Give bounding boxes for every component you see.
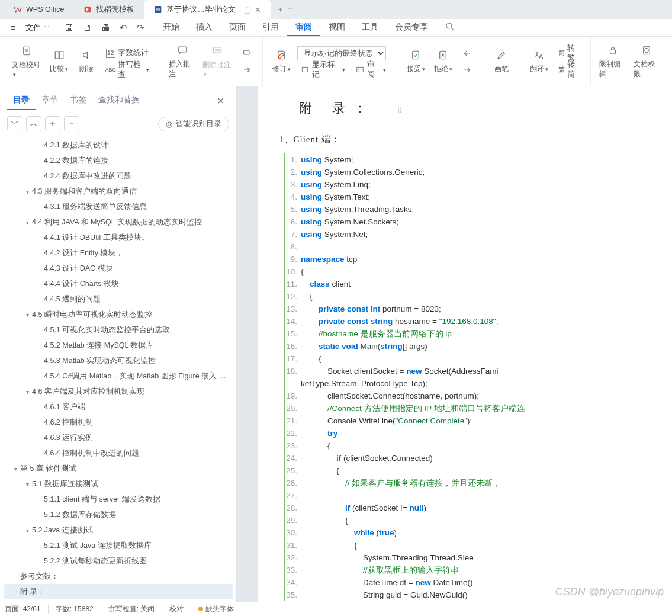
toc-item[interactable]: 4.6.2 控制机制 xyxy=(4,415,233,430)
chevron-down-icon[interactable]: ▾ xyxy=(22,312,32,318)
prev-change-icon[interactable] xyxy=(459,46,475,60)
review-pane-button[interactable]: 审阅▾ xyxy=(352,63,390,77)
toc-item[interactable]: ▾第 5 章 软件测试 xyxy=(4,461,233,476)
drag-handle-icon[interactable]: ⠿ xyxy=(397,105,401,115)
toc-item[interactable]: 附 录： xyxy=(4,584,233,599)
read-button[interactable]: 朗读 xyxy=(73,46,100,76)
status-spell[interactable]: 拼写检查: 关闭 xyxy=(108,604,155,614)
compare-button[interactable]: 比较▾ xyxy=(46,46,73,76)
toc-collapse-up-icon[interactable]: ︿ xyxy=(26,116,41,131)
menu-引用[interactable]: 引用 xyxy=(254,20,287,36)
menu-插入[interactable]: 插入 xyxy=(188,20,221,36)
show-markup-button[interactable]: 显示标记▾ xyxy=(297,63,349,77)
toc-item[interactable]: ▾4.5 瞬时电功率可视化实时动态监控 xyxy=(4,307,233,322)
convert-simplified-button[interactable]: 繁转简 xyxy=(555,63,583,77)
insert-comment-button[interactable]: 插入批注 xyxy=(165,41,199,82)
menu-页面[interactable]: 页面 xyxy=(221,20,254,36)
reject-button[interactable]: 拒绝▾ xyxy=(429,46,456,76)
toc-item[interactable]: ▾4.6 客户端及其对应控制机制实现 xyxy=(4,384,233,399)
undo-icon[interactable]: ↶ xyxy=(115,20,132,36)
toc-item[interactable]: 5.1.1 client 端与 server 端发送数据 xyxy=(4,492,233,507)
toc-item[interactable]: 4.5.4 C#调用 Matlab，实现 Matlab 图形 Figure 嵌入… xyxy=(4,368,233,384)
sidebar-tab-0[interactable]: 目录 xyxy=(7,91,36,110)
chevron-down-icon[interactable]: ▾ xyxy=(22,219,32,226)
status-page[interactable]: 页面: 42/61 xyxy=(5,604,41,614)
add-tab-button[interactable]: ＋﹀ xyxy=(271,0,300,19)
tab-close-icon[interactable]: ✕ xyxy=(255,5,261,14)
toc-tree[interactable]: 4.2.1 数据库的设计4.2.2 数据库的连接4.2.4 数据库中改进的问题▾… xyxy=(0,137,236,602)
toc-item[interactable]: 4.6.3 运行实例 xyxy=(4,430,233,445)
restrict-edit-button[interactable]: 限制编辑 xyxy=(596,41,629,82)
menu-工具[interactable]: 工具 xyxy=(353,20,387,36)
status-proof[interactable]: 校对 xyxy=(169,604,184,614)
toc-item[interactable]: 5.2.1 测试 Java 连接提取数据库 xyxy=(4,538,233,553)
toc-item[interactable]: 参考文献： xyxy=(4,569,233,584)
pin-comment-icon[interactable] xyxy=(239,46,255,60)
sidebar-close-icon[interactable]: ✕ xyxy=(212,93,229,109)
toc-item[interactable]: 5.1.2 数据库存储数据 xyxy=(4,507,233,522)
sidebar-tab-2[interactable]: 书签 xyxy=(64,91,92,110)
toc-item[interactable]: 4.2.1 数据库的设计 xyxy=(4,137,233,153)
toc-item[interactable]: ▾4.3 服务端和客户端的双向通信 xyxy=(4,184,233,199)
word-count-button[interactable]: 12字数统计 xyxy=(102,46,153,60)
toc-item[interactable]: 4.2.2 数据库的连接 xyxy=(4,153,233,168)
toc-item[interactable]: 4.4.2 设计 Entity 模块， xyxy=(4,245,233,261)
pen-button[interactable]: 画笔 xyxy=(488,46,515,76)
accept-button[interactable]: 接受▾ xyxy=(402,46,429,76)
document-area[interactable]: ⠿ 附 录： 1、Client 端： 1.using System;2.usin… xyxy=(237,86,672,602)
toc-item[interactable]: 4.6.1 客户端 xyxy=(4,399,233,415)
menu-开始[interactable]: 开始 xyxy=(155,20,188,36)
tab-window-icon[interactable]: ▢ xyxy=(244,5,251,14)
save-icon[interactable]: 🖫 xyxy=(60,20,78,35)
delete-comment-button[interactable]: 删除批注▾ xyxy=(199,42,236,81)
chevron-down-icon[interactable]: ▾ xyxy=(22,527,32,534)
toc-item[interactable]: 4.4.5 遇到的问题 xyxy=(4,291,233,307)
toc-item[interactable]: 4.6.4 控制机制中改进的问题 xyxy=(4,445,233,461)
chevron-down-icon[interactable]: ▾ xyxy=(22,188,32,195)
print-icon[interactable]: 🖶 xyxy=(97,20,115,35)
redo-icon[interactable]: ↷ xyxy=(132,20,149,36)
search-icon[interactable] xyxy=(440,19,460,36)
menu-会员专享[interactable]: 会员专享 xyxy=(387,20,436,36)
toc-item[interactable]: 4.2.4 数据库中改进的问题 xyxy=(4,168,233,184)
chevron-down-icon[interactable]: ▾ xyxy=(11,466,20,472)
toc-expand-down-icon[interactable]: ﹀ xyxy=(7,116,22,131)
tab-app-home[interactable]: WPS Office xyxy=(4,0,73,19)
translate-button[interactable]: 翻译▾ xyxy=(525,46,552,76)
smart-toc-button[interactable]: ◎智能识别目录 xyxy=(158,117,229,131)
toc-item[interactable]: 4.5.1 可视化实时动态监控平台的选取 xyxy=(4,322,233,338)
nav-comment-icon[interactable] xyxy=(239,63,255,77)
next-change-icon[interactable] xyxy=(459,63,475,77)
doc-permission-button[interactable]: 文档权限 xyxy=(630,41,664,82)
convert-traditional-button[interactable]: 简转繁 xyxy=(555,46,583,60)
menu-视图[interactable]: 视图 xyxy=(320,20,353,36)
sidebar-tab-1[interactable]: 章节 xyxy=(36,91,64,110)
revise-button[interactable]: 修订▾ xyxy=(268,46,295,76)
toc-item[interactable]: ▾5.1 数据库连接测试 xyxy=(4,476,233,492)
toc-item[interactable]: 5.2.2 测试每秒动态更新折线图 xyxy=(4,553,233,569)
print-preview-icon[interactable]: 🗋 xyxy=(78,20,97,35)
toc-item[interactable]: ▾4.4 利用 JAVA 和 MySQL 实现数据的动态实时监控 xyxy=(4,214,233,230)
tab-template-store[interactable]: 找稻壳模板 xyxy=(73,0,144,19)
toc-item[interactable]: 4.4.4 设计 Charts 模块 xyxy=(4,276,233,291)
file-menu[interactable]: 文件﹀ xyxy=(21,20,54,36)
toc-remove-icon[interactable]: － xyxy=(64,116,79,131)
chevron-down-icon[interactable]: ▾ xyxy=(22,389,32,395)
status-words[interactable]: 字数: 15882 xyxy=(56,604,94,614)
sidebar-tab-3[interactable]: 查找和替换 xyxy=(92,91,146,110)
markup-state-select[interactable]: 显示标记的最终状态 xyxy=(297,46,386,60)
toc-item[interactable]: 4.4.1 设计 DBUtil 工具类模块。 xyxy=(4,230,233,245)
tab-document-active[interactable]: W 基于协议…毕业论文 ▢ ✕ xyxy=(144,0,271,19)
toc-item[interactable]: ▾5.2 Java 连接测试 xyxy=(4,522,233,538)
hamburger-icon[interactable]: ≡ xyxy=(6,20,21,35)
toc-item[interactable]: 4.5.2 Matlab 连接 MySQL 数据库 xyxy=(4,338,233,353)
toc-item[interactable]: 4.4.3 设计 DAO 模块 xyxy=(4,261,233,276)
status-missing-font[interactable]: 缺失字体 xyxy=(198,604,234,614)
menu-审阅[interactable]: 审阅 xyxy=(287,20,320,36)
spell-check-button[interactable]: ABC拼写检查▾ xyxy=(102,63,153,77)
toc-add-icon[interactable]: ＋ xyxy=(45,116,60,131)
toc-item[interactable]: 4.5.3 Matlab 实现动态可视化监控 xyxy=(4,353,233,368)
chevron-down-icon[interactable]: ▾ xyxy=(22,481,32,487)
doc-check-button[interactable]: 文档校对▾ xyxy=(8,42,46,81)
toc-item[interactable]: 4.3.1 服务端发送简单反馈信息 xyxy=(4,199,233,214)
